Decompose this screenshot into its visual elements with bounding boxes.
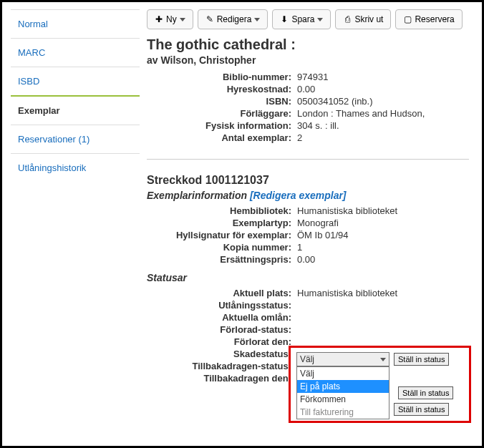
caret-icon	[380, 358, 386, 361]
item-details: Hembibliotek:Humanistiska biblioteket Ex…	[147, 205, 469, 265]
edit-item-link[interactable]: [Redigera exemplar]	[250, 190, 347, 201]
reserve-label: Reservera	[415, 14, 454, 24]
set-withdrawn-status-button[interactable]: Ställ in status	[394, 403, 449, 416]
lost-status-options[interactable]: Välj Ej på plats Förkommen Till fakturer…	[296, 366, 389, 419]
tab-exemplar[interactable]: Exemplar	[11, 95, 140, 125]
field-itemtype: Exemplartyp:Monografi	[147, 218, 469, 228]
option-valj[interactable]: Välj	[297, 367, 389, 380]
new-button[interactable]: ✚ Ny	[147, 9, 193, 29]
status-checkout: Utlåningsstatus:	[147, 300, 469, 311]
field-copynumber: Kopia nummer:1	[147, 242, 469, 253]
print-icon: ⎙	[343, 14, 352, 24]
bookmark-icon: ▢	[403, 14, 412, 24]
tab-history[interactable]: Utlåningshistorik	[11, 153, 140, 182]
set-lost-status-button[interactable]: Ställ in status	[394, 353, 449, 366]
edit-label: Redigera	[217, 14, 252, 24]
sidebar: Normal MARC ISBD Exemplar Reservationer …	[11, 9, 140, 439]
field-copies: Antal exemplar:2	[147, 132, 469, 143]
tab-reservations[interactable]: Reservationer (1)	[11, 125, 140, 153]
record-details: Biblio-nummer:974931 Hyreskostnad:0.00 I…	[147, 72, 469, 160]
option-ej-pa-plats[interactable]: Ej på plats	[297, 380, 389, 393]
tab-marc[interactable]: MARC	[11, 38, 140, 67]
option-forkommen[interactable]: Förkommen	[297, 393, 389, 406]
new-label: Ny	[166, 14, 177, 24]
print-button[interactable]: ⎙ Skriv ut	[335, 9, 391, 29]
download-icon: ⬇	[280, 14, 289, 24]
set-damaged-status-button[interactable]: Ställ in status	[398, 386, 453, 399]
reserve-button[interactable]: ▢ Reservera	[395, 9, 462, 29]
statuses-head: Statusar	[147, 272, 469, 283]
field-biblionumber: Biblio-nummer:974931	[147, 72, 469, 82]
item-info-head: Exemplarinformation [Redigera exemplar]	[147, 190, 469, 201]
caret-icon	[317, 18, 323, 21]
record-title: The gothic cathedral :	[147, 36, 469, 53]
pencil-icon: ✎	[205, 14, 214, 24]
tab-normal[interactable]: Normal	[11, 9, 140, 38]
status-renewals: Aktuella omlån:	[147, 312, 469, 323]
field-callnumber: Hyllsignatur för exemplar:ÖM Ib 01/94	[147, 230, 469, 240]
option-till-fakturering[interactable]: Till fakturering	[297, 406, 389, 419]
caret-icon	[180, 18, 185, 21]
tab-isbd[interactable]: ISBD	[11, 67, 140, 95]
barcode-heading: Streckkod 1001121037	[147, 174, 469, 187]
caret-icon	[254, 18, 260, 21]
status-currentloc: Aktuell plats:Humanistiska biblioteket	[147, 288, 469, 298]
toolbar: ✚ Ny ✎ Redigera ⬇ Spara ⎙ Skriv ut ▢ Res…	[147, 9, 469, 29]
field-replacement: Ersättningspris:0.00	[147, 254, 469, 265]
highlight-box: Välj Välj Ej på plats Förkommen Till fak…	[289, 346, 471, 423]
save-label: Spara	[291, 14, 314, 24]
status-lost: Förlorad-status:	[147, 324, 469, 335]
field-isbn: ISBN:0500341052 (inb.)	[147, 96, 469, 107]
field-homelib: Hembibliotek:Humanistiska biblioteket	[147, 205, 469, 216]
print-label: Skriv ut	[354, 14, 383, 24]
field-physical: Fysisk information:304 s. : ill.	[147, 120, 469, 131]
record-author: av Wilson, Christopher	[147, 54, 469, 66]
field-publisher: Förläggare:London : Thames and Hudson,	[147, 108, 469, 119]
edit-button[interactable]: ✎ Redigera	[198, 9, 268, 29]
plus-icon: ✚	[155, 14, 163, 24]
lost-status-select[interactable]: Välj Välj Ej på plats Förkommen Till fak…	[296, 352, 389, 366]
field-rental: Hyreskostnad:0.00	[147, 84, 469, 94]
save-button[interactable]: ⬇ Spara	[272, 9, 331, 29]
